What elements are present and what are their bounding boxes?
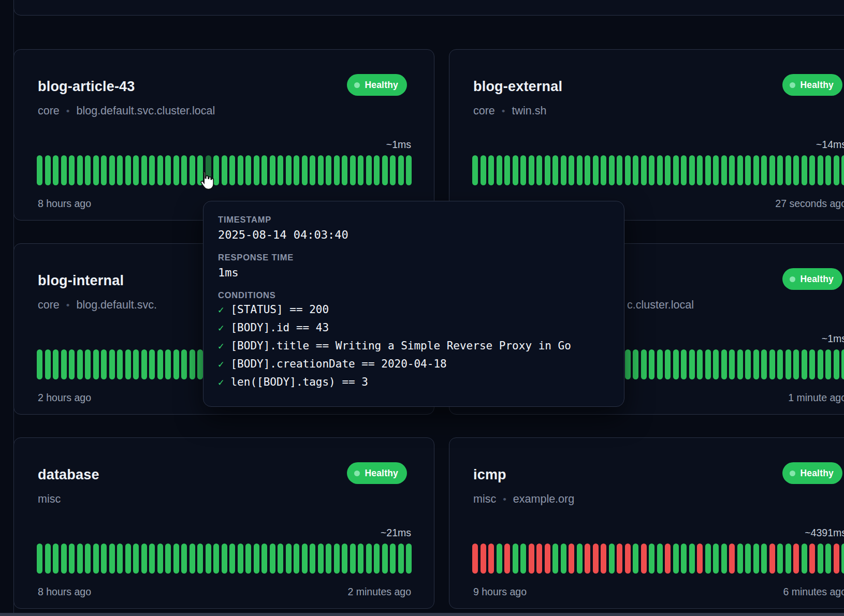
uptime-bar-success[interactable] <box>841 349 844 379</box>
uptime-bar-failure[interactable] <box>601 544 606 574</box>
uptime-bar-success[interactable] <box>254 155 259 185</box>
uptime-bar-success[interactable] <box>190 349 195 379</box>
uptime-bar-success[interactable] <box>737 155 743 185</box>
uptime-bar-failure[interactable] <box>593 544 599 574</box>
uptime-bar-success[interactable] <box>93 544 99 574</box>
uptime-bar-success[interactable] <box>77 349 83 379</box>
uptime-bar-success[interactable] <box>665 349 671 379</box>
uptime-bar-success[interactable] <box>197 349 203 379</box>
uptime-bar-success[interactable] <box>665 155 671 185</box>
uptime-bar-success[interactable] <box>294 155 299 185</box>
uptime-bar-success[interactable] <box>649 349 654 379</box>
uptime-bar-success[interactable] <box>374 155 380 185</box>
uptime-bar-success[interactable] <box>705 544 711 574</box>
uptime-bar-failure[interactable] <box>529 544 534 574</box>
uptime-bar-success[interactable] <box>825 544 831 574</box>
uptime-bar-success[interactable] <box>61 349 67 379</box>
uptime-bar-success[interactable] <box>601 155 606 185</box>
uptime-bar-success[interactable] <box>689 544 695 574</box>
uptime-bar-success[interactable] <box>825 155 831 185</box>
uptime-bar-success[interactable] <box>398 544 404 574</box>
uptime-bar-success[interactable] <box>609 155 615 185</box>
uptime-bar-success[interactable] <box>206 544 211 574</box>
uptime-bar-success[interactable] <box>705 155 711 185</box>
uptime-bar-success[interactable] <box>609 544 615 574</box>
uptime-bar-success[interactable] <box>53 155 59 185</box>
uptime-bar-success[interactable] <box>294 544 299 574</box>
uptime-bar-failure[interactable] <box>488 544 494 574</box>
uptime-bar-success[interactable] <box>109 155 115 185</box>
uptime-bar-success[interactable] <box>753 155 759 185</box>
uptime-bar-success[interactable] <box>133 155 139 185</box>
uptime-bar-success[interactable] <box>85 544 91 574</box>
uptime-bar-success[interactable] <box>793 349 799 379</box>
uptime-bar-success[interactable] <box>721 544 727 574</box>
uptime-bar-success[interactable] <box>713 544 719 574</box>
uptime-bar-success[interactable] <box>334 155 340 185</box>
uptime-bar-success[interactable] <box>398 155 404 185</box>
scrolled-card-partial[interactable] <box>13 0 844 16</box>
uptime-bar-success[interactable] <box>406 155 412 185</box>
uptime-bar-success[interactable] <box>729 155 735 185</box>
uptime-bar-success[interactable] <box>633 349 638 379</box>
uptime-bar-success[interactable] <box>785 544 791 574</box>
uptime-bar-success[interactable] <box>697 155 703 185</box>
uptime-bar-success[interactable] <box>229 155 235 185</box>
uptime-bar-success[interactable] <box>753 544 759 574</box>
uptime-bar-success[interactable] <box>358 544 363 574</box>
uptime-bar-success[interactable] <box>809 349 815 379</box>
uptime-bar-success[interactable] <box>382 155 388 185</box>
uptime-bar-success[interactable] <box>245 544 251 574</box>
uptime-bar-success[interactable] <box>37 544 42 574</box>
uptime-bar-success[interactable] <box>641 155 647 185</box>
uptime-bar-success[interactable] <box>721 349 727 379</box>
uptime-bar-success[interactable] <box>649 155 654 185</box>
uptime-bar-failure[interactable] <box>729 544 735 574</box>
uptime-bar-success[interactable] <box>657 349 663 379</box>
uptime-bar-success[interactable] <box>213 544 219 574</box>
uptime-bar-success[interactable] <box>481 155 486 185</box>
uptime-bar-success[interactable] <box>818 349 823 379</box>
uptime-bar-success[interactable] <box>181 544 187 574</box>
uptime-bar-success[interactable] <box>149 349 155 379</box>
uptime-bar-success[interactable] <box>777 544 783 574</box>
uptime-bar-success[interactable] <box>745 155 751 185</box>
uptime-bar-success[interactable] <box>342 544 347 574</box>
uptime-bar-success[interactable] <box>318 544 324 574</box>
uptime-bar-failure[interactable] <box>769 544 775 574</box>
uptime-bar-success[interactable] <box>157 544 163 574</box>
uptime-bar-success[interactable] <box>737 349 743 379</box>
uptime-bar-success[interactable] <box>552 155 558 185</box>
uptime-bar-failure[interactable] <box>665 544 671 574</box>
uptime-bar-success[interactable] <box>497 544 502 574</box>
uptime-bar-success[interactable] <box>77 155 83 185</box>
uptime-bar-success[interactable] <box>769 349 775 379</box>
uptime-bar-success[interactable] <box>520 155 526 185</box>
uptime-bar-success[interactable] <box>641 349 647 379</box>
uptime-bar-failure[interactable] <box>641 544 647 574</box>
endpoint-card-blog-article-43[interactable]: blog-article-43core•blog.default.svc.clu… <box>13 49 434 221</box>
uptime-bar-success[interactable] <box>504 155 510 185</box>
uptime-bar-failure[interactable] <box>504 544 510 574</box>
uptime-bar-success[interactable] <box>818 544 823 574</box>
uptime-bar-failure[interactable] <box>793 544 799 574</box>
uptime-bar-success[interactable] <box>85 155 91 185</box>
uptime-bar-success[interactable] <box>173 155 179 185</box>
uptime-bar-success[interactable] <box>536 155 542 185</box>
uptime-bar-success[interactable] <box>350 544 356 574</box>
uptime-bar-success[interactable] <box>697 349 703 379</box>
uptime-bar-success[interactable] <box>802 544 807 574</box>
uptime-bar-success[interactable] <box>117 349 123 379</box>
uptime-bar-success[interactable] <box>390 544 396 574</box>
uptime-bar-success[interactable] <box>197 544 203 574</box>
uptime-bar-success[interactable] <box>286 155 292 185</box>
uptime-bar-success[interactable] <box>302 155 308 185</box>
uptime-bar-success[interactable] <box>802 155 807 185</box>
uptime-bar-success[interactable] <box>406 544 412 574</box>
uptime-bar-success[interactable] <box>358 155 363 185</box>
uptime-bar-success[interactable] <box>657 155 663 185</box>
uptime-bar-success[interactable] <box>585 155 590 185</box>
uptime-bar-success[interactable] <box>561 155 566 185</box>
uptime-bar-success[interactable] <box>366 544 372 574</box>
uptime-bar-success[interactable] <box>745 544 751 574</box>
